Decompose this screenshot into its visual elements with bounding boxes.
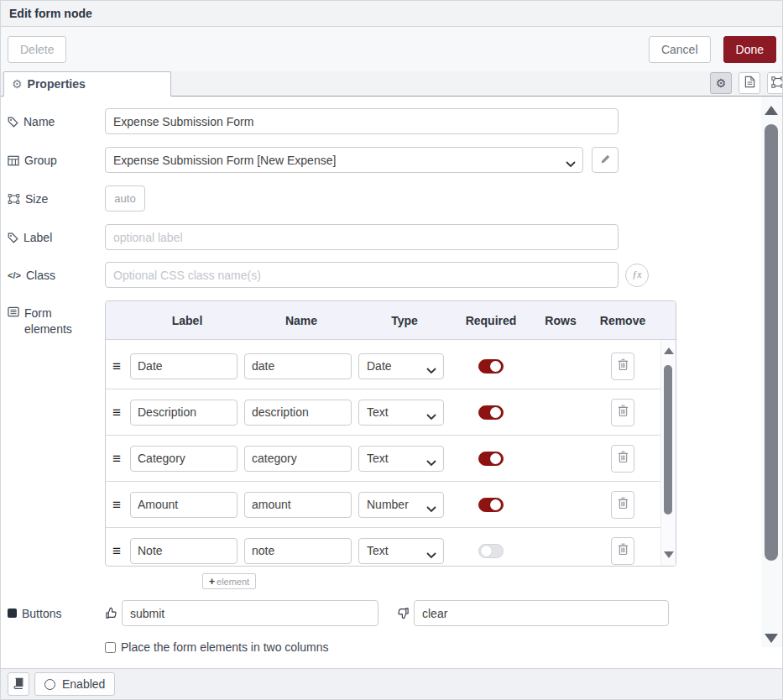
thumbs-up-icon	[105, 607, 117, 619]
drag-handle-icon[interactable]: ≡	[112, 544, 130, 558]
group-select[interactable]: Expense Submission Form [New Expense]	[105, 147, 583, 173]
cancel-button[interactable]: Cancel	[649, 36, 711, 63]
submit-button-input[interactable]	[122, 600, 378, 626]
size-label-group: Size	[8, 192, 105, 206]
element-type-select[interactable]: Text	[358, 400, 444, 426]
tab-properties[interactable]: ⚙ Properties	[3, 71, 171, 97]
scrollbar-thumb[interactable]	[765, 124, 778, 561]
dialog-toolbar: Delete Cancel Done	[1, 27, 782, 71]
add-element-button[interactable]: + element	[202, 573, 256, 589]
elements-table: Label Name Type Required Rows Remove ≡ D…	[105, 300, 676, 567]
label-label-group: Label	[8, 231, 105, 244]
enabled-toggle-button[interactable]: Enabled	[34, 672, 115, 696]
elements-table-header: Label Name Type Required Rows Remove	[106, 301, 676, 340]
required-toggle[interactable]	[478, 544, 504, 558]
thumbs-down-icon	[397, 607, 410, 619]
code-icon: </>	[8, 269, 21, 280]
class-label-group: </> Class	[8, 269, 105, 282]
element-name-input[interactable]	[244, 400, 352, 426]
element-name-input[interactable]	[244, 492, 352, 518]
required-cell	[451, 544, 531, 558]
required-toggle[interactable]	[478, 452, 504, 466]
element-label-input[interactable]	[130, 538, 238, 564]
group-label: Group	[24, 154, 57, 167]
element-type-select-wrap: Text	[358, 446, 444, 472]
label-input[interactable]	[105, 224, 619, 250]
drag-handle-icon[interactable]: ≡	[112, 452, 130, 466]
scroll-down-icon[interactable]	[765, 634, 778, 643]
form-elements-row: Form elements Label Name Type Required R…	[8, 300, 782, 589]
gear-icon: ⚙	[12, 78, 23, 90]
element-label-input[interactable]	[130, 353, 238, 379]
description-tab-button[interactable]	[739, 72, 760, 94]
tab-properties-label: Properties	[28, 77, 86, 91]
element-type-select[interactable]: Date	[358, 353, 444, 379]
delete-element-button[interactable]	[611, 353, 634, 380]
scroll-up-icon[interactable]	[664, 347, 674, 354]
appearance-tab-button[interactable]	[767, 72, 783, 94]
trash-icon	[618, 451, 629, 466]
element-type-select-wrap: Text	[358, 538, 444, 564]
size-auto-button[interactable]: auto	[105, 185, 145, 212]
class-input[interactable]	[105, 262, 619, 288]
delete-button[interactable]: Delete	[8, 36, 66, 63]
element-label-input[interactable]	[130, 492, 238, 518]
elements-scrollbar[interactable]	[660, 340, 676, 566]
name-row: Name	[8, 108, 782, 134]
element-label-input[interactable]	[130, 446, 238, 472]
delete-element-button[interactable]	[611, 445, 634, 473]
main-scrollbar[interactable]	[761, 97, 782, 647]
properties-tab-button[interactable]: ⚙	[710, 72, 732, 94]
required-toggle[interactable]	[478, 498, 504, 512]
element-name-input[interactable]	[244, 538, 352, 564]
delete-element-button[interactable]	[611, 491, 634, 519]
clear-button-input[interactable]	[414, 600, 669, 626]
label-label: Label	[23, 231, 52, 244]
scroll-down-icon[interactable]	[664, 551, 674, 558]
dialog-header: Edit form node	[1, 1, 782, 27]
drag-handle-icon[interactable]: ≡	[112, 498, 130, 512]
enabled-label: Enabled	[62, 677, 105, 691]
help-button[interactable]	[8, 672, 29, 696]
element-row: ≡ Text	[106, 436, 660, 482]
scrollbar-thumb[interactable]	[664, 365, 672, 515]
buttons-label-group: Buttons	[8, 607, 105, 620]
remove-cell	[590, 537, 655, 565]
scroll-up-icon[interactable]	[765, 106, 778, 115]
delete-element-button[interactable]	[611, 537, 634, 565]
required-toggle[interactable]	[478, 359, 504, 374]
element-type-select[interactable]: Number	[358, 492, 444, 518]
edit-group-button[interactable]	[592, 147, 619, 173]
two-columns-checkbox[interactable]	[105, 642, 116, 653]
element-label-input[interactable]	[130, 400, 238, 426]
dynamic-class-button[interactable]: ƒx	[625, 264, 649, 287]
trash-icon	[618, 543, 629, 558]
pencil-icon	[600, 154, 611, 167]
drag-handle-icon[interactable]: ≡	[112, 359, 130, 374]
required-cell	[451, 452, 531, 466]
name-input[interactable]	[105, 108, 619, 134]
remove-cell	[590, 491, 655, 519]
required-toggle[interactable]	[478, 405, 504, 420]
element-name-input[interactable]	[244, 446, 352, 472]
header-remove: Remove	[590, 314, 655, 327]
edit-form-node-dialog: Edit form node Delete Cancel Done ⚙ Prop…	[0, 0, 783, 700]
header-required: Required	[451, 314, 531, 327]
done-button[interactable]: Done	[723, 36, 776, 63]
tag-icon	[8, 232, 18, 243]
remove-cell	[590, 445, 655, 473]
element-name-input[interactable]	[244, 353, 352, 379]
element-type-select[interactable]: Text	[358, 538, 444, 564]
delete-element-button[interactable]	[611, 399, 634, 426]
remove-cell	[590, 353, 655, 380]
class-row: </> Class ƒx	[8, 262, 782, 288]
two-columns-row: Place the form elements in two columns	[105, 640, 782, 654]
form-elements-label: Form elements	[24, 306, 75, 337]
element-row: ≡ Text	[106, 389, 660, 436]
element-type-select[interactable]: Text	[358, 446, 444, 472]
group-select-wrap: Expense Submission Form [New Expense]	[105, 147, 583, 173]
drag-handle-icon[interactable]: ≡	[112, 405, 130, 420]
form-elements-label-group: Form elements	[8, 300, 105, 337]
element-row: ≡ Date	[106, 343, 660, 389]
group-label-group: Group	[8, 154, 105, 167]
